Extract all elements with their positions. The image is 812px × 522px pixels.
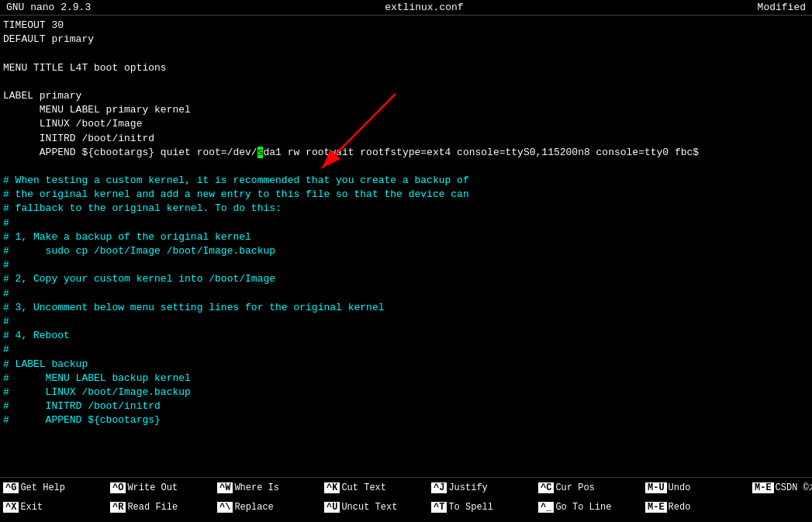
top-bar: GNU nano 2.9.3 extlinux.conf Modified [0, 0, 812, 16]
shortcut-label: Redo [669, 502, 691, 513]
modified-status: Modified [758, 2, 806, 13]
shortcut-key: ^K [324, 482, 340, 493]
shortcut-label: CSDN ©木寒知秋 [776, 481, 812, 494]
shortcut-item[interactable]: ^J Justify [431, 482, 532, 493]
shortcut-item[interactable]: ^T To Spell [431, 502, 532, 513]
editor-area[interactable]: TIMEOUT 30DEFAULT primary MENU TITLE L4T… [0, 16, 812, 477]
shortcut-label: Write Out [127, 482, 178, 493]
shortcut-key: M-E [752, 482, 774, 493]
shortcut-item[interactable]: M-E Redo [645, 502, 746, 513]
shortcut-key: M-E [645, 502, 667, 513]
shortcut-key: ^J [431, 482, 447, 493]
shortcut-label: Read File [127, 502, 178, 513]
shortcut-key: ^_ [538, 502, 554, 513]
shortcut-key: ^U [324, 502, 340, 513]
shortcut-key: ^G [3, 482, 19, 493]
shortcut-item[interactable]: ^_ Go To Line [538, 502, 639, 513]
shortcut-item[interactable]: ^G Get Help [3, 482, 104, 493]
shortcut-label: Get Help [20, 482, 65, 493]
shortcut-item[interactable]: ^R Read File [110, 502, 211, 513]
shortcut-label: Go To Line [555, 502, 611, 513]
shortcut-label: Cur Pos [555, 482, 594, 493]
shortcut-key: ^R [110, 502, 126, 513]
shortcut-label: Replace [234, 502, 273, 513]
shortcut-item[interactable]: ^O Write Out [110, 482, 211, 493]
shortcut-item[interactable]: ^\ Replace [217, 502, 318, 513]
shortcut-key: ^W [217, 482, 233, 493]
shortcut-label: Justify [448, 482, 487, 493]
shortcut-label: Where Is [234, 482, 279, 493]
shortcut-item[interactable]: ^K Cut Text [324, 482, 425, 493]
shortcut-key: ^O [110, 482, 126, 493]
shortcut-key: ^X [3, 502, 19, 513]
shortcut-label: Exit [20, 502, 43, 513]
shortcut-bar: ^G Get Help^O Write Out^W Where Is^K Cut… [0, 477, 812, 517]
file-name: extlinux.conf [385, 2, 463, 13]
shortcut-label: To Spell [448, 502, 493, 513]
shortcut-item[interactable]: ^X Exit [3, 502, 104, 513]
shortcut-label: Undo [669, 482, 691, 493]
shortcut-label: Cut Text [341, 482, 386, 493]
shortcut-key: ^T [431, 502, 447, 513]
shortcut-item[interactable]: ^W Where Is [217, 482, 318, 493]
shortcut-key: ^C [538, 482, 554, 493]
shortcut-key: M-U [645, 482, 667, 493]
app-title: GNU nano 2.9.3 [6, 2, 91, 13]
editor-content: TIMEOUT 30DEFAULT primary MENU TITLE L4T… [3, 19, 809, 427]
shortcut-label: Uncut Text [341, 502, 397, 513]
shortcut-row-1: ^G Get Help^O Write Out^W Where Is^K Cut… [0, 478, 812, 498]
shortcut-row-2: ^X Exit^R Read File^\ Replace^U Uncut Te… [0, 498, 812, 518]
shortcut-key: ^\ [217, 502, 233, 513]
shortcut-item[interactable]: M-E CSDN ©木寒知秋 [752, 481, 812, 494]
shortcut-item[interactable]: M-U Undo [645, 482, 746, 493]
shortcut-item[interactable]: ^U Uncut Text [324, 502, 425, 513]
shortcut-item[interactable]: ^C Cur Pos [538, 482, 639, 493]
